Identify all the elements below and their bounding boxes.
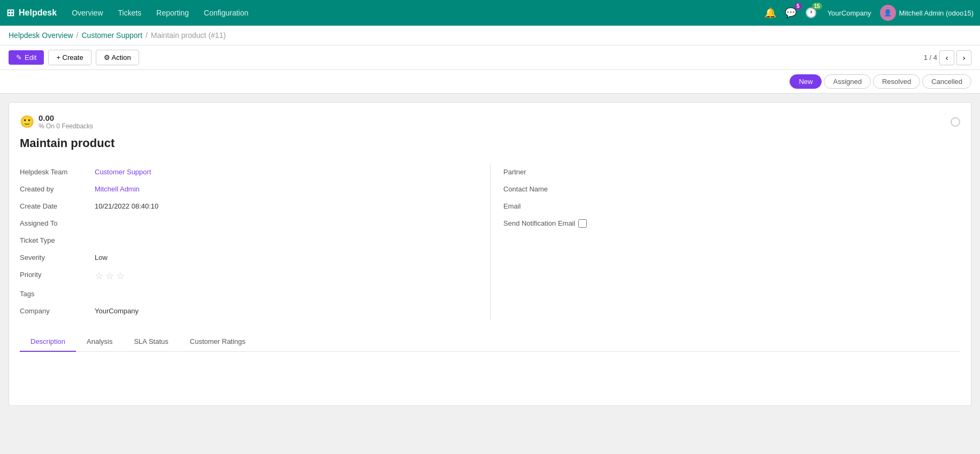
tab-customer-ratings[interactable]: Customer Ratings [179,332,256,352]
main-content: 🙂 0.00 % On 0 Feedbacks Maintain product… [0,94,980,447]
activities-badge: 15 [812,3,822,10]
partner-label: Partner [503,166,578,176]
rating-area: 🙂 0.00 % On 0 Feedbacks [20,113,960,130]
partner-value[interactable] [578,166,685,177]
messages-badge: 5 [794,3,802,10]
avatar: 👤 [880,5,896,21]
activities-button[interactable]: 🕐 15 [803,5,819,21]
tab-content [20,352,960,395]
ticket-type-value[interactable] [95,235,202,245]
tags-label: Tags [20,288,95,298]
status-new[interactable]: New [790,74,822,89]
create-date-value: 10/21/2022 08:40:10 [95,201,158,210]
breadcrumb-customer-support[interactable]: Customer Support [82,31,143,40]
status-assigned[interactable]: Assigned [824,74,870,89]
helpdesk-team-value[interactable]: Customer Support [95,166,151,176]
form-right: Partner Contact Name Email Send Notifica… [490,163,960,319]
notification-bell-button[interactable]: 🔔 [762,5,778,21]
breadcrumb-sep-1: / [76,31,79,40]
tags-value[interactable] [95,288,202,299]
pagination: 1 / 4 ‹ › [924,50,971,65]
email-label: Email [503,201,578,210]
tabs-bar: Description Analysis SLA Status Customer… [20,332,960,352]
email-row: Email [503,197,960,214]
edit-button[interactable]: ✎ Edit [9,50,44,65]
ticket-type-label: Ticket Type [20,235,95,244]
status-cancelled[interactable]: Cancelled [922,74,971,89]
assigned-to-label: Assigned To [20,218,95,227]
top-navigation: ⊞ Helpdesk Overview Tickets Reporting Co… [0,0,980,26]
ticket-title: Maintain product [20,136,960,150]
pagination-info: 1 / 4 [924,53,937,61]
create-date-label: Create Date [20,201,95,210]
pencil-icon: ✎ [16,53,22,61]
priority-label: Priority [20,269,95,279]
nav-configuration[interactable]: Configuration [197,5,255,20]
action-button[interactable]: ⚙ Action [96,50,139,65]
user-menu[interactable]: 👤 Mitchell Admin (odoo15) [880,5,974,21]
next-button[interactable]: › [956,50,971,65]
company-label: Company [20,305,95,315]
rating-label: % On 0 Feedbacks [39,122,93,130]
prev-button[interactable]: ‹ [939,50,954,65]
tab-description[interactable]: Description [20,332,76,352]
send-notification-row: Send Notification Email [503,214,960,232]
nav-overview[interactable]: Overview [65,5,109,20]
rating-score: 0.00 [39,113,93,122]
status-bar: New Assigned Resolved Cancelled [0,70,980,94]
tab-analysis[interactable]: Analysis [76,332,123,352]
form-left: Helpdesk Team Customer Support Created b… [20,163,490,319]
assigned-to-row: Assigned To [20,214,479,232]
helpdesk-team-row: Helpdesk Team Customer Support [20,163,479,180]
priority-row: Priority ☆ ☆ ☆ [20,266,479,285]
email-value[interactable] [578,201,685,211]
created-by-label: Created by [20,183,95,193]
star-3[interactable]: ☆ [116,270,125,282]
user-name: Mitchell Admin (odoo15) [899,9,974,17]
action-bar: ✎ Edit + Create ⚙ Action 1 / 4 ‹ › [0,45,980,70]
severity-row: Severity Low [20,249,479,266]
chat-icon: 💬 [785,7,797,18]
app-logo[interactable]: ⊞ Helpdesk [6,7,57,19]
severity-value: Low [95,252,108,261]
assigned-to-value[interactable] [95,218,202,228]
ticket-type-row: Ticket Type [20,232,479,249]
bell-icon: 🔔 [764,7,776,18]
send-notification-checkbox[interactable] [578,219,587,228]
star-1[interactable]: ☆ [95,270,103,282]
form-card: 🙂 0.00 % On 0 Feedbacks Maintain product… [9,102,971,406]
tab-sla-status[interactable]: SLA Status [123,332,179,352]
severity-label: Severity [20,252,95,261]
company-name: YourCompany [828,9,871,17]
send-notification-label: Send Notification Email [503,218,578,227]
nav-reporting[interactable]: Reporting [150,5,195,20]
status-resolved[interactable]: Resolved [873,74,920,89]
star-2[interactable]: ☆ [105,270,114,282]
company-row: Company YourCompany [20,302,479,319]
priority-stars[interactable]: ☆ ☆ ☆ [95,269,125,282]
breadcrumb-current: Maintain product (#11) [151,31,226,40]
smiley-icon: 🙂 [20,115,34,129]
create-button[interactable]: + Create [48,50,91,65]
create-date-row: Create Date 10/21/2022 08:40:10 [20,197,479,214]
partner-row: Partner [503,163,960,180]
breadcrumb-overview[interactable]: Helpdesk Overview [9,31,73,40]
contact-name-value[interactable] [578,183,685,194]
status-circle [951,117,960,127]
form-grid: Helpdesk Team Customer Support Created b… [20,163,960,319]
edit-label: Edit [25,53,36,61]
nav-tickets[interactable]: Tickets [112,5,148,20]
app-name: Helpdesk [19,8,57,18]
contact-name-row: Contact Name [503,180,960,197]
tags-row: Tags [20,285,479,302]
breadcrumb-sep-2: / [146,31,148,40]
company-value: YourCompany [95,305,139,315]
breadcrumb: Helpdesk Overview / Customer Support / M… [0,26,980,45]
contact-name-label: Contact Name [503,183,578,193]
messages-button[interactable]: 💬 5 [783,5,799,21]
create-label: + Create [56,53,83,61]
company-selector[interactable]: YourCompany [823,9,876,17]
created-by-row: Created by Mitchell Admin [20,180,479,197]
helpdesk-team-label: Helpdesk Team [20,166,95,176]
created-by-value[interactable]: Mitchell Admin [95,183,140,193]
